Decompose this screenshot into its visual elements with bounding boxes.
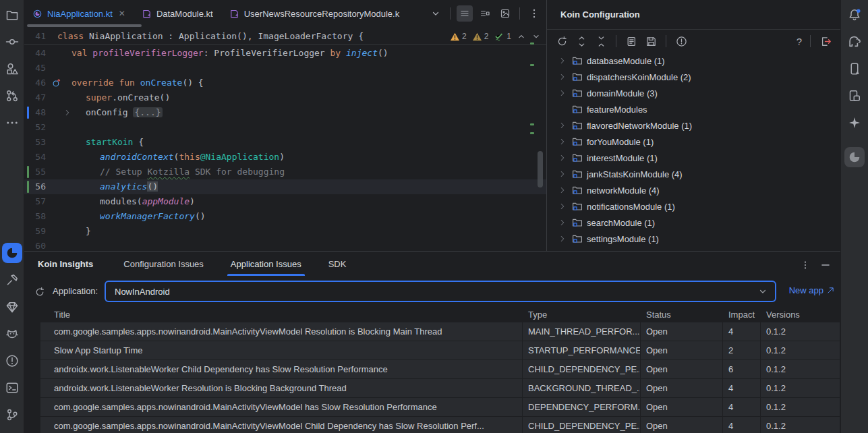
- chevron-right-icon[interactable]: [558, 234, 567, 243]
- code-line-45[interactable]: 45: [24, 61, 546, 76]
- editor-tab-niaapplication-kt[interactable]: NiaApplication.kt✕: [24, 0, 134, 27]
- weak-warnings-badge[interactable]: 2: [472, 32, 489, 42]
- kebab-icon[interactable]: [526, 5, 542, 22]
- code-line-54[interactable]: 54androidContext(this@NiaApplication): [24, 150, 546, 165]
- tab-sdk[interactable]: SDK: [325, 259, 350, 276]
- error-stripe-mark[interactable]: [530, 132, 534, 134]
- chevron-right-icon[interactable]: [558, 169, 567, 179]
- commit-icon[interactable]: [4, 34, 20, 50]
- table-row[interactable]: Slow App Startup TimeSTARTUP_PERFORMANCE…: [40, 341, 840, 359]
- next-problem-icon[interactable]: [531, 32, 541, 41]
- application-select[interactable]: NowInAndroid: [105, 281, 776, 302]
- override-method-icon[interactable]: [51, 78, 62, 88]
- ai-sparkle-icon[interactable]: [846, 115, 863, 131]
- table-row[interactable]: androidx.work.ListenableWorker Resolutio…: [40, 379, 840, 397]
- table-row[interactable]: com.google.samples.apps.nowinandroid.Mai…: [40, 417, 840, 433]
- save-icon[interactable]: [644, 34, 658, 48]
- koin-tool-selected[interactable]: [2, 243, 22, 263]
- tree-item-dispatchersKoinModule[interactable]: dispatchersKoinModule (2): [547, 69, 840, 85]
- tab-configuration-issues[interactable]: Configuration Issues: [120, 259, 207, 276]
- code-line-57[interactable]: 57modules(appModule): [24, 194, 546, 209]
- logout-icon[interactable]: [819, 34, 832, 48]
- chevron-right-icon[interactable]: [558, 88, 567, 98]
- chevron-right-icon[interactable]: [558, 121, 567, 130]
- table-row[interactable]: com.google.samples.apps.nowinandroid.Mai…: [40, 322, 840, 341]
- problems-icon[interactable]: [4, 353, 20, 369]
- tree-item-domainModule[interactable]: domainModule (3): [547, 85, 840, 101]
- kebab-menu-icon[interactable]: [800, 260, 811, 270]
- tree-item-databaseModule[interactable]: databaseModule (1): [547, 53, 840, 69]
- editor-tab-datamodule-kt[interactable]: DataModule.kt: [134, 0, 221, 27]
- collapse-all-icon[interactable]: [594, 34, 608, 48]
- editor-vertical-scrollbar[interactable]: [538, 151, 543, 187]
- tree-item-jankStatsKoinModule[interactable]: jankStatsKoinModule (4): [547, 166, 840, 182]
- chevron-right-icon[interactable]: [558, 137, 567, 146]
- resource-manager-icon[interactable]: [4, 61, 20, 77]
- project-folder-icon[interactable]: [4, 7, 20, 23]
- vcs-update-icon[interactable]: [4, 88, 20, 104]
- notifications-bell-icon[interactable]: [846, 7, 863, 23]
- code-line-58[interactable]: 58workManagerFactory(): [24, 209, 546, 224]
- code-line-56[interactable]: 56analytics(): [24, 179, 546, 194]
- tree-item-featureModules[interactable]: featureModules: [547, 101, 840, 117]
- chevron-right-icon[interactable]: [558, 56, 567, 65]
- dependencies-gem-icon[interactable]: [4, 299, 20, 315]
- chevron-down-icon[interactable]: [428, 5, 444, 22]
- minimize-icon[interactable]: [820, 260, 831, 270]
- warnings-badge[interactable]: 2: [450, 32, 467, 42]
- koin-plugin-icon[interactable]: [844, 147, 865, 167]
- column-header-status[interactable]: Status: [641, 308, 723, 322]
- editor-tab-usernewsresourcerepositorymodule-k[interactable]: UserNewsResourceRepositoryModule.k: [221, 0, 407, 27]
- passed-badge[interactable]: 1: [494, 31, 511, 42]
- error-stripe-mark[interactable]: [530, 123, 534, 125]
- code-line-44[interactable]: 44val profileVerifierLogger: ProfileVeri…: [24, 46, 546, 61]
- column-header-title[interactable]: Title: [40, 308, 523, 322]
- chevron-right-icon[interactable]: [558, 153, 567, 163]
- preview-icon[interactable]: [497, 5, 513, 22]
- close-icon[interactable]: ✕: [119, 9, 125, 18]
- terminal-icon[interactable]: [4, 380, 20, 396]
- refresh-icon[interactable]: [555, 34, 569, 48]
- tree-item-networkModule[interactable]: networkModule (4): [547, 182, 840, 198]
- error-stripe-mark[interactable]: [530, 64, 534, 66]
- help-icon[interactable]: ?: [797, 36, 802, 47]
- details-view-icon[interactable]: [477, 5, 493, 22]
- list-view-icon[interactable]: [457, 5, 473, 22]
- chevron-right-icon[interactable]: [558, 185, 567, 195]
- git-branch-icon[interactable]: [4, 407, 20, 423]
- inspections-widget[interactable]: 221: [450, 28, 541, 45]
- table-row[interactable]: androidx.work.ListenableWorker Child Dep…: [40, 360, 840, 378]
- expand-all-icon[interactable]: [575, 34, 588, 48]
- error-info-icon[interactable]: [674, 34, 688, 48]
- tree-item-searchModule[interactable]: searchModule (1): [547, 214, 840, 231]
- code-line-59[interactable]: 59}: [24, 224, 546, 239]
- table-row[interactable]: com.google.samples.apps.nowinandroid.Mai…: [40, 398, 840, 416]
- chevron-right-icon[interactable]: [558, 202, 567, 211]
- code-line-52[interactable]: 52: [24, 120, 546, 135]
- tab-application-issues[interactable]: Application Issues: [227, 259, 305, 276]
- tree-item-notificationsModule[interactable]: notificationsModule (1): [547, 198, 840, 214]
- column-header-type[interactable]: Type: [523, 308, 641, 322]
- new-app-link[interactable]: New app: [789, 285, 835, 295]
- code-line-46[interactable]: 46override fun onCreate() {: [24, 76, 546, 90]
- code-line-60[interactable]: 60: [24, 239, 546, 251]
- prev-problem-icon[interactable]: [517, 32, 526, 41]
- more-horizontal-icon[interactable]: [4, 115, 20, 131]
- build-hammer-icon[interactable]: [4, 272, 20, 288]
- editor-area[interactable]: NiaApplication.kt✕DataModule.ktUserNewsR…: [24, 0, 546, 251]
- chevron-right-icon[interactable]: [558, 218, 567, 227]
- layout-inspector-icon[interactable]: [846, 88, 863, 104]
- tree-item-forYouModule[interactable]: forYouModule (1): [547, 134, 840, 150]
- code-area[interactable]: 44val profileVerifierLogger: ProfileVeri…: [24, 45, 546, 251]
- export-doc-icon[interactable]: [625, 34, 638, 48]
- code-line-53[interactable]: 53startKoin {: [24, 135, 546, 150]
- tree-item-flavoredNetworkModule[interactable]: flavoredNetworkModule (1): [547, 117, 840, 134]
- device-manager-icon[interactable]: [846, 61, 863, 77]
- gradle-elephant-icon[interactable]: [846, 34, 863, 50]
- code-line-55[interactable]: 55// Setup Kotzilla SDK for debugging: [24, 165, 546, 179]
- error-stripe-mark[interactable]: [530, 42, 534, 45]
- fold-chevron-icon[interactable]: [62, 107, 73, 118]
- tree-item-interestModule[interactable]: interestModule (1): [547, 150, 840, 166]
- refresh-icon[interactable]: [34, 286, 46, 298]
- code-line-47[interactable]: 47super.onCreate(): [24, 90, 546, 105]
